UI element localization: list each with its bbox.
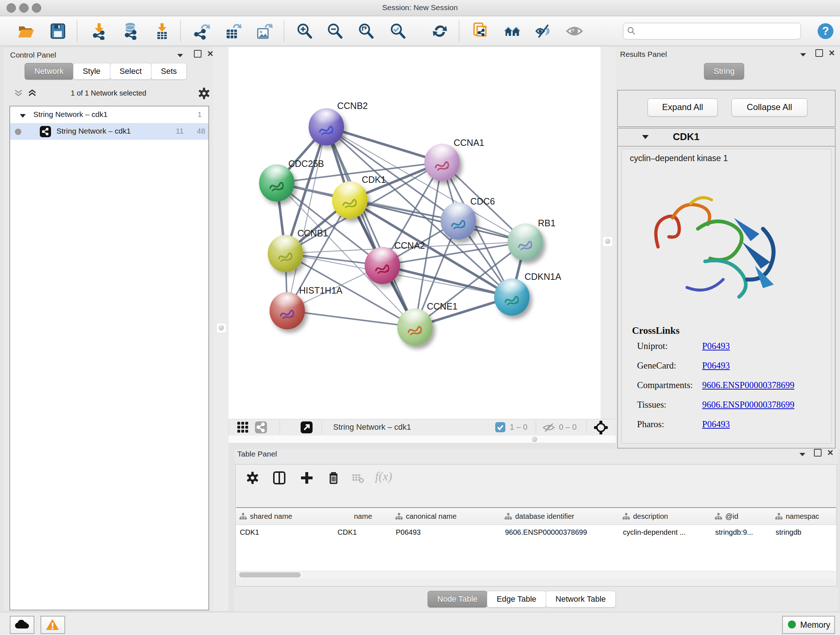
network-selector-row: 1 of 1 Network selected — [4, 86, 213, 101]
protein-card-header[interactable]: CDK1 — [618, 128, 835, 147]
delete-column-icon[interactable] — [327, 471, 340, 486]
table-cell[interactable]: stringdb — [772, 524, 836, 540]
string-style-icon[interactable] — [255, 421, 267, 435]
float-panel-icon[interactable] — [799, 52, 807, 59]
float-panel-icon[interactable] — [177, 53, 184, 59]
zoom-fit-icon[interactable] — [357, 22, 375, 40]
string-import-icon[interactable] — [472, 22, 490, 40]
table-cell[interactable]: cyclin-dependent ... — [619, 524, 712, 540]
network-options-gear-icon[interactable] — [197, 87, 210, 101]
tissues-link[interactable]: 9606.ENSP00000378699 — [702, 400, 794, 410]
add-column-icon[interactable] — [300, 471, 314, 486]
search-input[interactable] — [623, 23, 801, 40]
edge-HIST1H1A-CCNE1[interactable] — [287, 310, 415, 327]
maximize-panel-icon[interactable] — [814, 449, 821, 456]
node-CCNA1[interactable] — [424, 144, 460, 181]
help-icon[interactable]: ? — [817, 22, 834, 40]
float-panel-icon[interactable] — [799, 452, 806, 458]
column-header-name[interactable]: name — [334, 508, 393, 525]
column-header-shared-name[interactable]: shared name — [236, 508, 334, 525]
warnings-button[interactable] — [41, 616, 65, 634]
tab-sets[interactable]: Sets — [151, 63, 187, 80]
column-header-canonical-name[interactable]: canonical name — [392, 508, 502, 525]
genecard-link[interactable]: P06493 — [702, 361, 729, 371]
zoom-selected-icon[interactable] — [389, 22, 407, 40]
tab-style[interactable]: Style — [73, 63, 111, 80]
left-splitter[interactable] — [213, 47, 229, 611]
network-row[interactable]: String Network – cdk1 11 48 — [10, 123, 208, 140]
string-hide-icon[interactable] — [535, 22, 552, 40]
close-panel-icon[interactable]: ✕ — [829, 49, 835, 58]
column-header-description[interactable]: description — [619, 508, 712, 525]
horizontal-splitter-handle[interactable] — [532, 437, 537, 442]
node-HIST1H1A[interactable] — [270, 292, 305, 329]
compartments-link[interactable]: 9606.ENSP00000378699 — [702, 380, 794, 390]
split-column-icon[interactable] — [272, 471, 286, 486]
export-table-icon[interactable] — [224, 22, 242, 40]
table-cell[interactable]: stringdb:9... — [712, 524, 772, 540]
collapse-all-button[interactable]: Collapse All — [731, 98, 807, 117]
node-CCNB2[interactable] — [309, 108, 344, 146]
node-RB1[interactable] — [508, 223, 543, 261]
tab-select[interactable]: Select — [110, 63, 152, 80]
table-cell[interactable]: 9606.ENSP00000378699 — [501, 524, 619, 540]
export-image-icon[interactable] — [256, 22, 273, 40]
node-CDKN1A[interactable] — [494, 279, 530, 316]
table-cell[interactable]: CDK1 — [236, 524, 334, 540]
tab-network-table[interactable]: Network Table — [546, 591, 616, 608]
node-CCNE1[interactable] — [397, 309, 433, 346]
table-cell[interactable]: P06493 — [392, 524, 501, 540]
node-CCNA2[interactable] — [365, 247, 400, 284]
save-session-icon[interactable] — [49, 22, 66, 40]
maximize-panel-icon[interactable] — [194, 50, 202, 57]
import-table-file-icon[interactable] — [153, 22, 171, 40]
right-splitter[interactable] — [600, 47, 616, 419]
birds-eye-view-icon[interactable] — [594, 420, 608, 436]
tab-edge-table[interactable]: Edge Table — [487, 591, 546, 608]
right-splitter-handle[interactable] — [603, 236, 613, 247]
edge-CCNB2-HIST1H1A[interactable] — [287, 127, 326, 310]
node-CDK1[interactable] — [332, 181, 368, 219]
table-hscrollbar-thumb[interactable] — [239, 572, 301, 578]
left-splitter-handle[interactable] — [216, 323, 226, 333]
tab-network[interactable]: Network — [25, 63, 73, 80]
table-hscrollbar[interactable] — [236, 571, 836, 578]
close-panel-icon[interactable]: ✕ — [827, 448, 834, 458]
close-panel-icon[interactable]: ✕ — [207, 49, 213, 59]
node-CCNB1[interactable] — [268, 235, 303, 272]
cloud-status-button[interactable] — [10, 616, 34, 634]
tab-node-table[interactable]: Node Table — [428, 591, 487, 608]
node-CDC25B[interactable] — [259, 165, 294, 202]
export-network-icon[interactable] — [193, 22, 210, 40]
import-network-database-icon[interactable] — [122, 22, 139, 40]
maximize-panel-icon[interactable] — [815, 49, 823, 57]
network-collection-row[interactable]: String Network – cdk1 1 — [10, 106, 208, 123]
hidden-eye-icon[interactable] — [542, 423, 555, 434]
edge-CCNB2-CCNE1[interactable] — [326, 127, 415, 327]
import-network-file-icon[interactable] — [90, 22, 108, 40]
column-header-database-identifier[interactable]: database identifier — [501, 508, 620, 525]
tab-string[interactable]: String — [704, 63, 744, 80]
refresh-icon[interactable] — [431, 22, 448, 40]
zoom-in-icon[interactable] — [296, 22, 313, 40]
collection-expand-icon[interactable] — [19, 111, 26, 120]
zoom-out-icon[interactable] — [326, 22, 344, 40]
uniprot-link[interactable]: P06493 — [702, 341, 729, 351]
node-label-HIST1H1A: HIST1H1A — [299, 285, 342, 296]
string-eye-icon[interactable] — [566, 22, 583, 40]
selected-checkbox-icon[interactable] — [495, 422, 505, 434]
network-canvas[interactable]: CCNB2CCNA1CDC25BCDK1CDC6RB1CCNB1CCNA2CDK… — [229, 47, 600, 419]
open-in-window-icon[interactable] — [301, 421, 313, 435]
column-header-namespac[interactable]: namespac — [772, 508, 836, 525]
memory-button[interactable]: Memory — [782, 616, 835, 634]
table-cell[interactable]: CDK1 — [334, 524, 392, 540]
show-grid-icon[interactable] — [237, 421, 249, 435]
collapse-section-icon[interactable] — [642, 134, 649, 141]
node-CDC6[interactable] — [441, 203, 476, 240]
string-home-icon[interactable] — [504, 22, 521, 40]
pharos-link[interactable]: P06493 — [702, 419, 729, 429]
column-header-id[interactable]: @id — [712, 508, 772, 525]
table-settings-gear-icon[interactable] — [246, 471, 259, 486]
expand-all-button[interactable]: Expand All — [647, 98, 718, 117]
open-session-icon[interactable] — [17, 22, 35, 40]
